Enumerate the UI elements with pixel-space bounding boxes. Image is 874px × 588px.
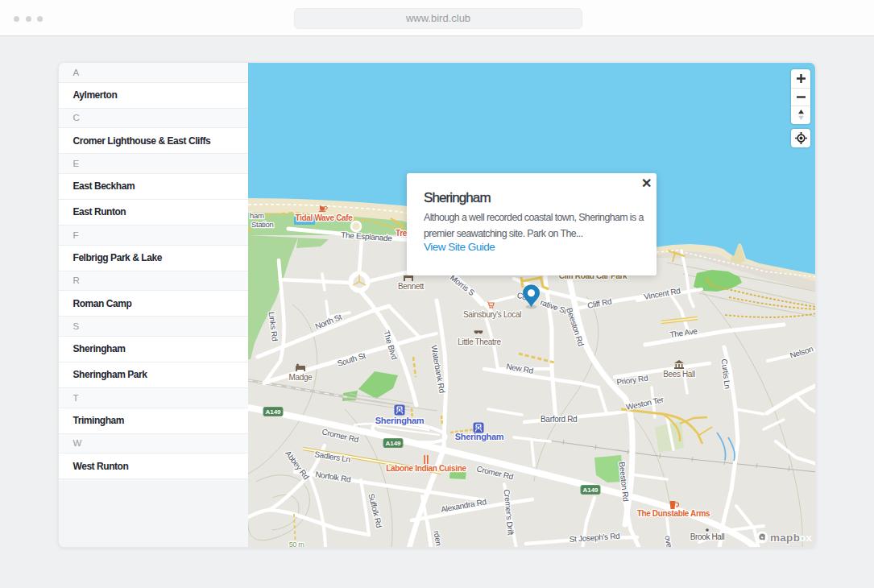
svg-text:Barford Rd: Barford Rd [541, 415, 577, 424]
svg-text:Tre: Tre [396, 229, 408, 238]
svg-text:50 m: 50 m [289, 540, 304, 548]
svg-text:Brook Hall: Brook Hall [690, 532, 725, 541]
svg-text:A149: A149 [582, 487, 599, 494]
svg-text:Bees Hall: Bees Hall [663, 370, 695, 379]
svg-text:ox: ox [799, 532, 813, 544]
svg-text:The Dunstable Arms: The Dunstable Arms [637, 509, 710, 518]
svg-text:A149: A149 [385, 440, 401, 447]
svg-text:Tidal Wave Cafe: Tidal Wave Cafe [296, 213, 354, 222]
svg-text:Little Theatre: Little Theatre [458, 337, 501, 346]
svg-text:Sainsbury's Local: Sainsbury's Local [463, 310, 521, 319]
svg-text:Bennett: Bennett [398, 282, 425, 291]
svg-text:A149: A149 [265, 408, 281, 416]
svg-text:Labone Indian Cuisine: Labone Indian Cuisine [386, 464, 466, 473]
svg-text:ham: ham [250, 211, 264, 220]
svg-text:Station: Station [251, 220, 273, 229]
svg-text:Sheringham: Sheringham [455, 432, 504, 441]
svg-text:mapb: mapb [770, 532, 800, 544]
svg-text:Sheringham: Sheringham [375, 416, 425, 425]
svg-text:Madge: Madge [289, 373, 313, 382]
